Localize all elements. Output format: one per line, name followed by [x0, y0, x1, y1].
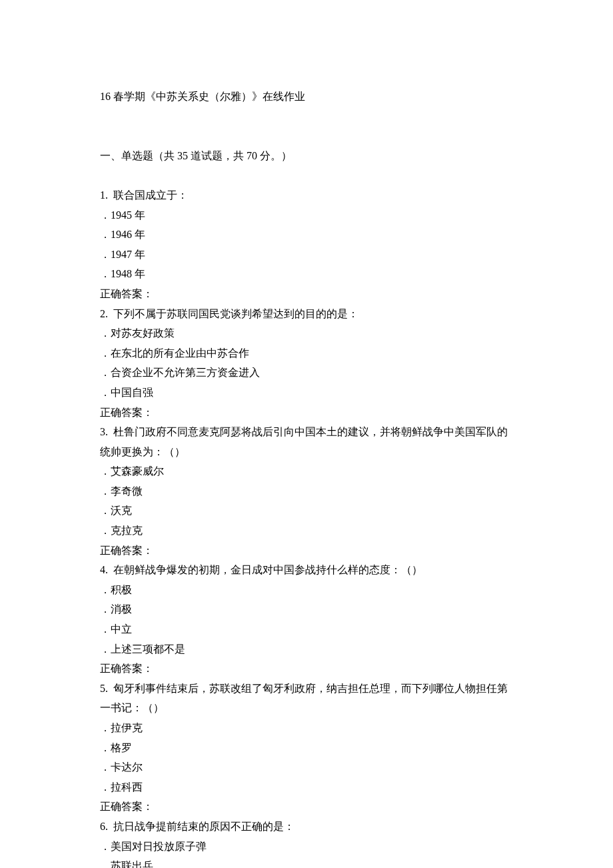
question-number: 6. — [100, 821, 108, 832]
section-header: 一、单选题（共 35 道试题，共 70 分。） — [100, 146, 513, 166]
answer-label: 正确答案： — [100, 541, 513, 561]
question-option: ．李奇微 — [100, 481, 513, 501]
question: 6. 抗日战争提前结束的原因不正确的是：．美国对日投放原子弹．苏联出兵．整个国际… — [100, 817, 513, 868]
question-option: ．沃克 — [100, 501, 513, 521]
question-option: ．艾森豪威尔 — [100, 461, 513, 481]
question-text: 匈牙利事件结束后，苏联改组了匈牙利政府，纳吉担任总理，而下列哪位人物担任第一书记… — [100, 683, 508, 714]
question-option: ．苏联出兵 — [100, 856, 513, 868]
document-title: 16 春学期《中苏关系史（尔雅）》在线作业 — [100, 87, 513, 107]
question-option: ．积极 — [100, 580, 513, 600]
question: 3. 杜鲁门政府不同意麦克阿瑟将战后引向中国本土的建议，并将朝鲜战争中美国军队的… — [100, 422, 513, 560]
answer-label: 正确答案： — [100, 659, 513, 679]
question-option: ．1946 年 — [100, 225, 513, 245]
answer-label: 正确答案： — [100, 284, 513, 304]
question-option: ．克拉克 — [100, 521, 513, 541]
question-option: ．卡达尔 — [100, 757, 513, 777]
answer-label: 正确答案： — [100, 797, 513, 817]
question-option: ．对苏友好政策 — [100, 323, 513, 343]
answer-label: 正确答案： — [100, 403, 513, 423]
question-option: ．合资企业不允许第三方资金进入 — [100, 363, 513, 383]
question-stem: 1. 联合国成立于： — [100, 185, 513, 205]
question: 5. 匈牙利事件结束后，苏联改组了匈牙利政府，纳吉担任总理，而下列哪位人物担任第… — [100, 679, 513, 817]
question-option: ．格罗 — [100, 738, 513, 758]
document-page: 16 春学期《中苏关系史（尔雅）》在线作业 一、单选题（共 35 道试题，共 7… — [0, 0, 613, 868]
question-option: ．拉伊克 — [100, 718, 513, 738]
question-option: ．美国对日投放原子弹 — [100, 837, 513, 857]
question-stem: 4. 在朝鲜战争爆发的初期，金日成对中国参战持什么样的态度：（） — [100, 560, 513, 580]
question-text: 联合国成立于： — [108, 189, 188, 201]
question-option: ．1948 年 — [100, 264, 513, 284]
question-number: 1. — [100, 189, 108, 201]
question-stem: 3. 杜鲁门政府不同意麦克阿瑟将战后引向中国本土的建议，并将朝鲜战争中美国军队的… — [100, 422, 513, 461]
question-stem: 6. 抗日战争提前结束的原因不正确的是： — [100, 817, 513, 837]
question-number: 5. — [100, 683, 108, 694]
question-option: ．中国自强 — [100, 383, 513, 403]
question-option: ．中立 — [100, 619, 513, 639]
question-option: ．消极 — [100, 599, 513, 619]
question-option: ．拉科西 — [100, 777, 513, 797]
question-number: 3. — [100, 426, 108, 437]
question: 1. 联合国成立于：．1945 年．1946 年．1947 年．1948 年正确… — [100, 185, 513, 304]
question-text: 在朝鲜战争爆发的初期，金日成对中国参战持什么样的态度：（） — [108, 564, 422, 575]
question-option: ．上述三项都不是 — [100, 639, 513, 659]
question: 4. 在朝鲜战争爆发的初期，金日成对中国参战持什么样的态度：（）．积极．消极．中… — [100, 560, 513, 679]
question-text: 杜鲁门政府不同意麦克阿瑟将战后引向中国本土的建议，并将朝鲜战争中美国军队的统帅更… — [100, 426, 508, 457]
question-option: ．1945 年 — [100, 205, 513, 225]
question-text: 下列不属于苏联同国民党谈判希望达到的目的的是： — [108, 308, 358, 319]
question-number: 2. — [100, 308, 108, 319]
question-option: ．在东北的所有企业由中苏合作 — [100, 343, 513, 363]
question-stem: 2. 下列不属于苏联同国民党谈判希望达到的目的的是： — [100, 304, 513, 324]
question-number: 4. — [100, 564, 108, 575]
question: 2. 下列不属于苏联同国民党谈判希望达到的目的的是：．对苏友好政策．在东北的所有… — [100, 304, 513, 423]
question-option: ．1947 年 — [100, 245, 513, 265]
question-text: 抗日战争提前结束的原因不正确的是： — [108, 821, 295, 832]
question-stem: 5. 匈牙利事件结束后，苏联改组了匈牙利政府，纳吉担任总理，而下列哪位人物担任第… — [100, 679, 513, 718]
questions-container: 1. 联合国成立于：．1945 年．1946 年．1947 年．1948 年正确… — [100, 185, 513, 868]
